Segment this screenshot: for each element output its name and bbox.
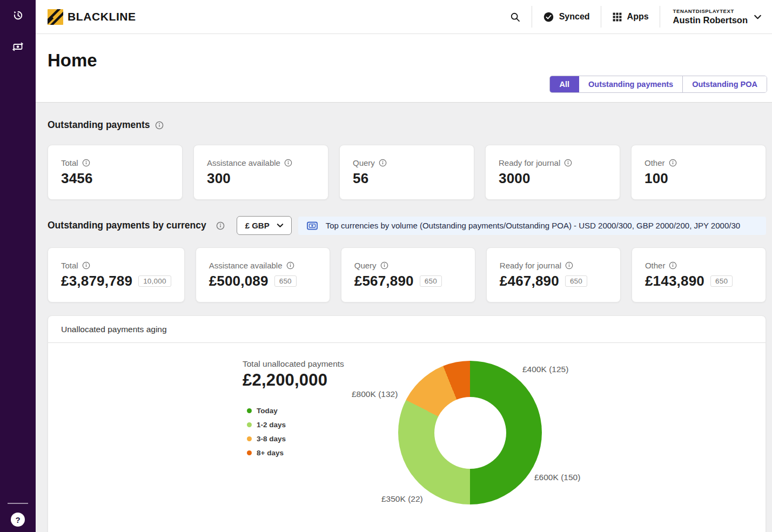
slice-label-350k: £350K (22) xyxy=(381,494,423,504)
card-total: Total 3456 xyxy=(48,145,183,200)
info-icon[interactable] xyxy=(380,261,388,270)
tab-outstanding-payments[interactable]: Outstanding payments xyxy=(579,76,683,92)
legend-dot xyxy=(247,450,252,455)
banner-text: Top currencies by volume (Outstanding pa… xyxy=(326,221,740,230)
info-icon[interactable] xyxy=(379,159,387,167)
info-icon[interactable] xyxy=(669,261,677,270)
card-value: 3000 xyxy=(499,170,607,187)
card-other-currency: Other £143,890 650 xyxy=(632,247,766,302)
cash-application-icon[interactable] xyxy=(7,36,29,57)
aging-donut-chart[interactable] xyxy=(398,361,542,504)
info-icon[interactable] xyxy=(564,159,572,167)
history-icon[interactable] xyxy=(7,4,29,26)
info-icon[interactable] xyxy=(82,159,90,167)
card-assistance-available: Assistance available 300 xyxy=(193,145,328,200)
topbar: BLACKLINE xyxy=(36,0,772,34)
info-icon[interactable] xyxy=(155,121,164,130)
card-value: £143,890 xyxy=(645,273,704,289)
legend-item-8-plus-days: 8+ days xyxy=(247,449,286,457)
count-badge: 10,000 xyxy=(138,275,171,287)
card-label: Query xyxy=(353,158,375,167)
total-unallocated-label: Total unallocated payments xyxy=(243,359,344,369)
currency-selector-value: £ GBP xyxy=(245,221,270,230)
info-icon[interactable] xyxy=(565,261,573,270)
outstanding-payments-title: Outstanding payments xyxy=(48,119,150,131)
legend-label: 8+ days xyxy=(257,449,284,457)
card-value: 300 xyxy=(207,170,315,187)
synced-label: Synced xyxy=(559,12,590,22)
card-label: Total xyxy=(61,261,78,270)
legend-dot xyxy=(247,422,252,427)
legend-item-1-2-days: 1-2 days xyxy=(247,421,286,429)
tab-outstanding-poa[interactable]: Outstanding POA xyxy=(683,76,767,92)
slice-label-600k: £600K (150) xyxy=(534,473,580,482)
legend-label: 1-2 days xyxy=(257,421,286,429)
card-value: 3456 xyxy=(61,170,169,187)
rail-divider xyxy=(8,503,28,504)
main-column: BLACKLINE xyxy=(36,0,772,532)
card-label: Ready for journal xyxy=(499,158,560,167)
legend-dot xyxy=(247,436,252,441)
card-label: Other xyxy=(645,158,665,167)
info-icon[interactable] xyxy=(216,221,225,230)
top-currencies-banner: Top currencies by volume (Outstanding pa… xyxy=(298,217,766,235)
brand-logo: BLACKLINE xyxy=(48,9,136,25)
card-total-currency: Total £3,879,789 10,000 xyxy=(48,247,185,302)
apps-grid-icon xyxy=(612,12,622,22)
card-ready-for-journal: Ready for journal 3000 xyxy=(485,145,620,200)
card-value: 56 xyxy=(353,170,461,187)
card-value: £3,879,789 xyxy=(61,273,132,289)
card-assistance-currency: Assistance available £500,089 650 xyxy=(196,247,330,302)
card-label: Query xyxy=(354,261,377,270)
card-query: Query 56 xyxy=(339,145,474,200)
card-value: £467,890 xyxy=(500,273,559,289)
panel-title: Unallocated payments aging xyxy=(48,316,766,343)
chevron-down-icon xyxy=(753,12,762,22)
synced-check-icon xyxy=(543,11,554,23)
slice-label-400k: £400K (125) xyxy=(522,365,568,374)
user-menu[interactable]: TENANTDISPLAYTEXT Austin Robertson xyxy=(660,8,766,26)
card-value: 100 xyxy=(645,170,753,187)
card-value: £500,089 xyxy=(209,273,268,289)
by-currency-title: Outstanding payments by currency xyxy=(48,220,206,231)
content-area: Outstanding payments Total 3456 Assistan… xyxy=(36,103,772,532)
left-rail: ? xyxy=(0,0,36,532)
apps-label: Apps xyxy=(627,12,649,22)
help-button[interactable]: ? xyxy=(11,513,25,527)
outstanding-payments-section-header: Outstanding payments xyxy=(48,119,766,131)
count-badge: 650 xyxy=(274,275,297,287)
card-value: £567,890 xyxy=(354,273,414,289)
chevron-down-icon xyxy=(276,221,284,230)
card-query-currency: Query £567,890 650 xyxy=(341,247,475,302)
card-other: Other 100 xyxy=(631,145,766,200)
sync-status-button[interactable]: Synced xyxy=(532,11,601,23)
apps-button[interactable]: Apps xyxy=(601,12,660,22)
page-head: Home All Outstanding payments Outstandin… xyxy=(36,34,772,103)
info-icon[interactable] xyxy=(669,159,677,167)
topbar-right: Synced Apps TENANTDI xyxy=(499,6,766,28)
by-currency-section-header: Outstanding payments by currency £ GBP xyxy=(48,216,766,235)
legend-label: 3-8 days xyxy=(257,435,286,443)
view-tab-group: All Outstanding payments Outstanding POA xyxy=(549,76,767,93)
unallocated-payments-aging-panel: Unallocated payments aging Total unalloc… xyxy=(48,315,766,532)
total-unallocated-value: £2,200,000 xyxy=(243,371,344,390)
legend-item-3-8-days: 3-8 days xyxy=(247,435,286,443)
page-title: Home xyxy=(48,50,97,71)
tab-all[interactable]: All xyxy=(549,76,580,93)
aging-chart-area: Total unallocated payments £2,200,000 To… xyxy=(48,343,766,532)
card-label: Total xyxy=(61,158,78,167)
legend-label: Today xyxy=(257,407,278,415)
count-badge: 650 xyxy=(420,275,442,287)
currency-selector[interactable]: £ GBP xyxy=(237,216,292,235)
info-icon[interactable] xyxy=(82,261,90,270)
info-icon[interactable] xyxy=(286,261,294,270)
cash-icon xyxy=(306,219,319,232)
tenant-display-text: TENANTDISPLAYTEXT xyxy=(673,8,748,15)
card-label: Assistance available xyxy=(207,158,280,167)
by-currency-cards: Total £3,879,789 10,000 Assistance avail… xyxy=(48,247,766,302)
brand-name: BLACKLINE xyxy=(68,10,136,23)
info-icon[interactable] xyxy=(284,159,292,167)
blackline-logo-mark-icon xyxy=(48,9,63,25)
search-button[interactable] xyxy=(499,11,532,23)
count-badge: 650 xyxy=(565,275,587,287)
